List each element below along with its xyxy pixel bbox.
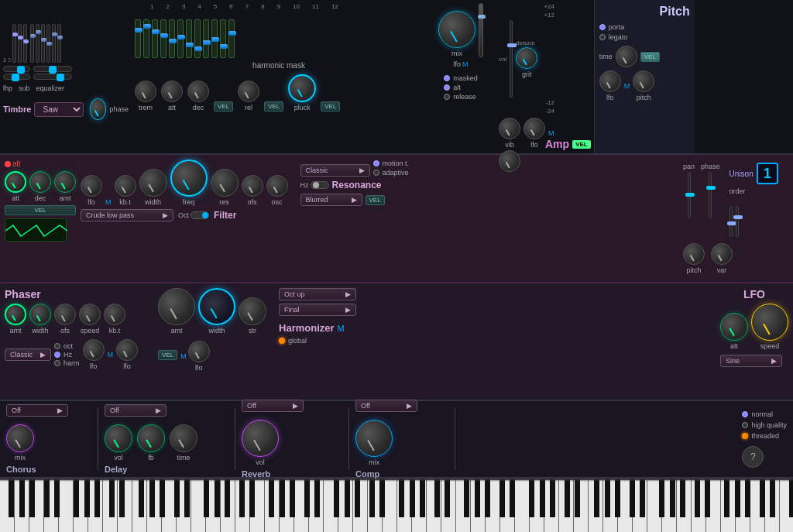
delay-fb-knob[interactable] (137, 424, 165, 452)
filter-dec-knob[interactable] (29, 171, 51, 193)
hmask-7[interactable] (186, 19, 192, 58)
sub-fader[interactable] (3, 74, 30, 80)
fader-2-4[interactable] (46, 24, 50, 63)
unison-value[interactable]: 1 (757, 163, 778, 184)
phaser-lfo2-knob[interactable] (116, 339, 138, 361)
hmask-11[interactable] (220, 19, 226, 58)
phaser-ofs-knob[interactable] (54, 304, 76, 325)
harm-vel-button[interactable]: VEL (158, 350, 177, 360)
res-type-dropdown[interactable]: Classic ▶ (300, 164, 370, 177)
release-option[interactable]: release (444, 93, 478, 101)
alt-option[interactable]: alt (444, 84, 478, 91)
rel-knob[interactable] (238, 81, 259, 102)
pan-slider[interactable] (688, 172, 691, 218)
oct-up-dropdown[interactable]: Oct up ▶ (279, 288, 356, 300)
vol-slider[interactable] (479, 3, 483, 57)
alt-led[interactable] (5, 161, 11, 167)
hmask-8[interactable] (194, 19, 201, 58)
fader-2-1[interactable] (30, 24, 34, 63)
kbt-knob[interactable] (115, 175, 136, 197)
phaser-kbt-knob[interactable] (104, 304, 125, 325)
fader-2-3[interactable] (41, 24, 45, 63)
harm-width-knob[interactable] (198, 288, 235, 325)
hmask-10[interactable] (211, 19, 218, 58)
phaser-width-knob[interactable] (29, 304, 51, 325)
fader-2-5[interactable] (52, 24, 56, 63)
piano-keys[interactable] (0, 479, 793, 532)
lfo-speed-knob[interactable] (751, 304, 788, 341)
filter-att-knob[interactable] (5, 171, 26, 193)
freq-knob[interactable] (170, 160, 208, 197)
time-knob[interactable] (616, 46, 637, 67)
harm-lfo-knob[interactable] (188, 341, 210, 362)
phaser-speed-knob[interactable] (79, 304, 101, 325)
vel-button-3[interactable]: VEL (321, 101, 340, 112)
hmask-2[interactable] (143, 19, 149, 58)
porta-option[interactable]: porta (599, 23, 690, 31)
vel-button-2[interactable]: VEL (264, 101, 283, 112)
eq-fader-2[interactable] (33, 74, 72, 80)
mix-knob[interactable] (438, 11, 475, 48)
delay-vol-knob[interactable] (105, 424, 132, 452)
hmask-9[interactable] (203, 19, 209, 58)
hmask-12[interactable] (228, 19, 235, 58)
chorus-mix-knob[interactable] (6, 424, 34, 452)
oct-option[interactable]: oct (54, 342, 80, 350)
adaptive-option[interactable]: adaptive (373, 169, 410, 177)
high-quality-option[interactable]: high quality (742, 421, 787, 429)
sine-dropdown[interactable]: Sine ▶ (720, 355, 782, 367)
fader-1-1[interactable] (12, 24, 16, 63)
filter-amt-knob[interactable] (54, 171, 76, 193)
final-dropdown[interactable]: Final ▶ (279, 304, 356, 316)
chorus-status-btn[interactable]: Off ▶ (6, 404, 68, 417)
pitch-lfo-knob[interactable] (599, 70, 621, 92)
delay-status-btn[interactable]: Off ▶ (105, 404, 166, 417)
fader-1-2[interactable] (18, 24, 22, 63)
pitch-pitch-knob[interactable] (633, 70, 654, 92)
threaded-option[interactable]: threaded (742, 432, 787, 440)
oct-toggle[interactable] (191, 211, 209, 219)
comp-status-btn[interactable]: Off ▶ (355, 400, 417, 412)
normal-option[interactable]: normal (742, 410, 787, 418)
var-knob[interactable] (711, 243, 733, 265)
fader-2-2[interactable] (36, 24, 39, 63)
motion-option[interactable]: motion t. (373, 160, 410, 167)
blurred-dropdown[interactable]: Blurred ▶ (300, 194, 362, 206)
harm-option[interactable]: harm (54, 359, 80, 367)
hz-toggle[interactable] (311, 181, 329, 189)
pitch-vel-button[interactable]: VEL (640, 52, 660, 62)
pitch-knob-top[interactable] (499, 150, 520, 172)
amp-vel-button[interactable]: VEL (572, 140, 591, 149)
filter-type-dropdown[interactable]: Crude low pass ▶ (81, 209, 173, 221)
lfo-att-knob[interactable] (720, 313, 748, 341)
hz-option[interactable]: Hz (54, 351, 80, 359)
vib-knob[interactable] (499, 118, 520, 139)
hmask-1[interactable] (135, 19, 141, 58)
comp-mix-knob[interactable] (355, 420, 393, 457)
pitch2-knob[interactable] (683, 243, 705, 265)
lfo2-knob[interactable] (524, 118, 545, 139)
hmask-5[interactable] (169, 19, 175, 58)
ofs-knob[interactable] (242, 175, 263, 197)
reverb-status-btn[interactable]: Off ▶ (242, 400, 304, 412)
eq-fader-1[interactable] (33, 66, 72, 72)
masked-option[interactable]: masked (444, 74, 478, 82)
legato-option[interactable]: legato (599, 33, 690, 41)
res-vel-button[interactable]: VEL (366, 195, 385, 205)
filter-vel-button[interactable]: VEL (5, 205, 76, 215)
vel-button-1[interactable]: VEL (214, 101, 233, 112)
fader-2-6[interactable] (57, 24, 61, 63)
order-slider[interactable] (729, 206, 733, 237)
detune-knob[interactable] (516, 47, 537, 69)
dec-knob[interactable] (187, 81, 209, 102)
phase-knob[interactable] (90, 98, 107, 120)
hmask-3[interactable] (152, 19, 158, 58)
phaser-amt-knob[interactable] (5, 304, 26, 325)
phase-slider[interactable] (709, 172, 712, 218)
lfo-knob-filter[interactable] (81, 175, 102, 197)
trem-knob[interactable] (135, 81, 156, 102)
timbre-select[interactable]: Saw (34, 102, 83, 117)
fader-1-3[interactable] (23, 24, 27, 63)
hmask-6[interactable] (177, 19, 184, 58)
res-knob[interactable] (211, 169, 239, 197)
